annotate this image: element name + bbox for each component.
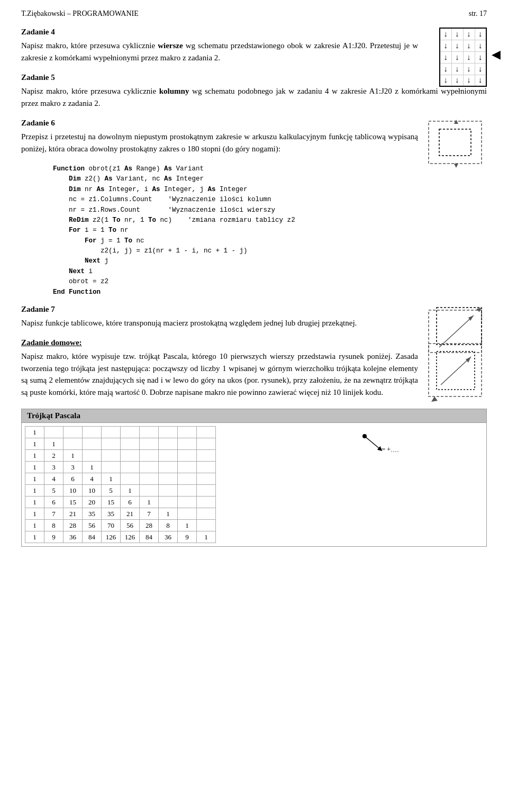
svg-text:+: + — [387, 445, 391, 453]
pascal-cell — [140, 427, 159, 438]
pascal-cell: 5 — [44, 485, 64, 497]
pascal-cell — [159, 473, 178, 485]
outer-arrow-icon: ◀ — [492, 48, 501, 61]
pascal-cell — [44, 427, 64, 438]
svg-marker-13 — [431, 396, 438, 402]
pascal-cell: 126 — [121, 531, 140, 543]
rotation-diagram — [426, 119, 487, 169]
pascal-cell: 4 — [44, 473, 64, 485]
pascal-cell: 6 — [64, 473, 83, 485]
pascal-cell — [197, 438, 216, 450]
zd-svg — [426, 338, 487, 407]
pascal-cell — [159, 462, 178, 473]
arrow-cell: ↓ — [463, 51, 475, 63]
pascal-cell — [197, 473, 216, 485]
pascal-cell: 6 — [121, 497, 140, 508]
zadanie-5: Zadanie 5 Napisz makro, które przesuwa c… — [21, 73, 487, 109]
z4-title: Zadanie 4 — [21, 28, 418, 37]
pascal-cell: 1 — [121, 485, 140, 497]
pascal-cell: 21 — [64, 508, 83, 520]
svg-line-15 — [365, 436, 380, 449]
pascal-container: Trójkąt Pascala 111121133114641151010511… — [21, 409, 487, 547]
pascal-cell: 4 — [83, 473, 102, 485]
svg-rect-0 — [429, 121, 482, 164]
pascal-cell: 28 — [64, 520, 83, 531]
pascal-cell: 1 — [140, 497, 159, 508]
z7-title: Zadanie 7 — [21, 305, 418, 314]
pascal-cell — [178, 485, 197, 497]
zadanie-7: Zadanie 7 Napisz funkcje tablicowe, któr… — [21, 305, 487, 329]
z6-body: Przepisz i przetestuj na dowolnym niepus… — [21, 131, 418, 155]
pascal-cell — [159, 450, 178, 462]
pascal-cell: 8 — [44, 520, 64, 531]
pascal-cell: 1 — [25, 531, 44, 543]
pascal-row: 1331 — [25, 462, 216, 473]
pascal-cell — [140, 450, 159, 462]
pascal-cell — [140, 485, 159, 497]
arrow-cell: ↓ — [475, 51, 486, 63]
svg-marker-3 — [454, 164, 458, 168]
pascal-row: 11 — [25, 438, 216, 450]
pascal-cell: 56 — [83, 520, 102, 531]
z7-body: Napisz funkcje tablicowe, które transpon… — [21, 317, 418, 329]
pascal-row: 1615201561 — [25, 497, 216, 508]
zadanie-4: Zadanie 4 Napisz makro, które przesuwa c… — [21, 28, 487, 64]
pascal-cell — [178, 450, 197, 462]
zadanie-6: Zadanie 6 Przepisz i przetestuj na dowol… — [21, 119, 487, 155]
pascal-cell — [197, 450, 216, 462]
arrow-cell: ↓ — [451, 51, 463, 63]
pascal-cell — [178, 473, 197, 485]
pascal-cell: 84 — [83, 531, 102, 543]
pascal-cell: 1 — [64, 450, 83, 462]
pascal-cell: 36 — [64, 531, 83, 543]
pascal-cell: 1 — [83, 462, 102, 473]
pascal-cell — [159, 438, 178, 450]
pascal-cell: 1 — [25, 485, 44, 497]
pascal-cell: 9 — [178, 531, 197, 543]
pascal-cell: 1 — [102, 473, 121, 485]
pascal-table: 1111211331146411510105116152015611721353… — [25, 426, 216, 543]
arrow-cell: ↓ — [475, 40, 486, 51]
pascal-cell: 7 — [44, 508, 64, 520]
pascal-cell — [140, 473, 159, 485]
pascal-cell: 1 — [25, 520, 44, 531]
pascal-cell: 6 — [44, 497, 64, 508]
pascal-cell — [197, 427, 216, 438]
pascal-cell: 1 — [25, 462, 44, 473]
pascal-cell: 70 — [102, 520, 121, 531]
pascal-cell: 1 — [159, 508, 178, 520]
pascal-cell: 2 — [44, 450, 64, 462]
pascal-cell: 3 — [44, 462, 64, 473]
zd-diagram — [426, 338, 487, 407]
arrow-cell: ↓ — [463, 28, 475, 40]
z6-title: Zadanie 6 — [21, 119, 418, 128]
pascal-cell: 1 — [178, 520, 197, 531]
arrow-cell: ↓ — [475, 28, 486, 40]
pascal-cell: 7 — [140, 508, 159, 520]
pascal-cell: 1 — [25, 450, 44, 462]
pascal-cell — [140, 462, 159, 473]
code-block: Function obrot(z1 As Range) As Variant D… — [53, 164, 487, 297]
pascal-cell: 5 — [102, 485, 121, 497]
pascal-cell: 1 — [25, 508, 44, 520]
pascal-title: Trójkąt Pascala — [22, 409, 486, 423]
pascal-cell — [159, 427, 178, 438]
pascal-cell: 9 — [44, 531, 64, 543]
pascal-cell: 56 — [121, 520, 140, 531]
pascal-cell — [197, 520, 216, 531]
pascal-cell — [159, 485, 178, 497]
pascal-cell: 15 — [64, 497, 83, 508]
pascal-cell — [178, 497, 197, 508]
pascal-cell: 1 — [44, 438, 64, 450]
pascal-mini-diagram: = + — [354, 428, 402, 467]
pascal-cell: 8 — [159, 520, 178, 531]
pascal-cell — [64, 427, 83, 438]
pascal-row: 172135352171 — [25, 508, 216, 520]
pascal-cell: 126 — [102, 531, 121, 543]
pascal-cell — [121, 438, 140, 450]
pascal-cell — [121, 450, 140, 462]
page-header: T.Ziębakowski – PROGRAMOWANIE str. 17 — [21, 10, 487, 18]
pascal-cell — [102, 427, 121, 438]
pascal-body: 1111211331146411510105116152015611721353… — [22, 423, 486, 546]
pascal-cell: 1 — [25, 427, 44, 438]
